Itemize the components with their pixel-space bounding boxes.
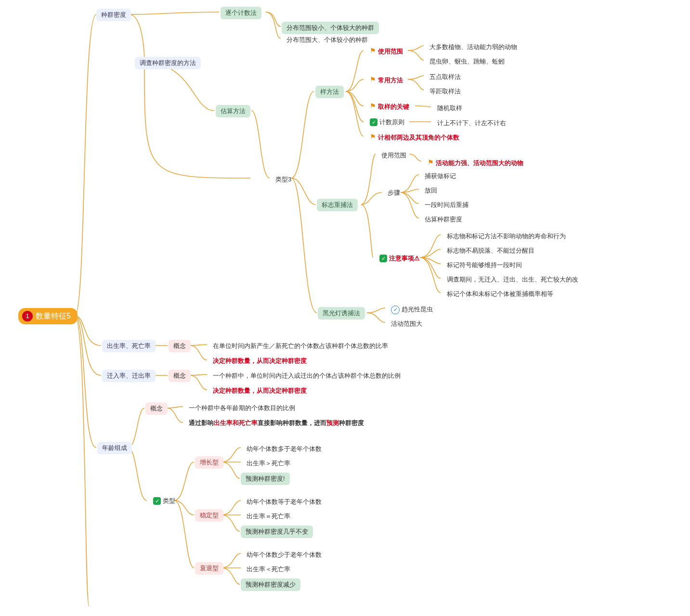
node-steps[interactable]: 步骤 [383,187,405,199]
leaf-note5: 标记个体和未标记个体被重捕概率相等 [442,288,558,300]
node-type-stable[interactable]: 稳定型 [195,509,223,522]
leaf-blacklight2: 活动范围大 [386,318,427,330]
node-age-types[interactable]: ✓类型 [148,495,180,507]
leaf-step4: 估算种群密度 [420,213,467,226]
node-population-density[interactable]: 种群密度 [96,9,131,21]
leaf-bd-red: 决定种群数量，从而决定种群密度 [208,355,312,367]
leaf-small-range: 分布范围较小、个体较大的种群 [282,22,379,34]
node-survey-methods[interactable]: 调查种群密度的方法 [135,57,201,69]
flag-icon: ⚑ [370,75,376,85]
node-mark-recapture[interactable]: 标志重捕法 [317,199,358,211]
leaf-decline2: 出生率＜死亡率 [242,563,295,576]
leaf-ie-red: 决定种群数量，从而决定种群密度 [208,385,312,397]
root-label: 数量特征5 [36,311,71,321]
leaf-decline3: 预测种群密度减少 [241,578,300,591]
leaf-note4: 调查期间，无迁入、迁出、出生、死亡较大的改 [442,273,583,286]
node-count-adjacent[interactable]: ⚑计相邻两边及其顶角的个体数 [365,131,464,144]
leaf-stable3: 预测种群密度几乎不变 [241,526,313,538]
flag-icon: ⚑ [370,102,376,111]
node-use-range[interactable]: ⚑使用范围 [365,45,408,58]
leaf-stable2: 出生率＝死亡率 [242,510,295,523]
leaf-stable1: 幼年个体数等于老年个体数 [242,496,326,508]
node-estimate[interactable]: 估算方法 [216,105,250,117]
leaf-age-desc: 一个种群中各年龄期的个体数目的比例 [184,402,300,414]
leaf-blacklight1: ✓趋光性昆虫 [386,303,438,316]
node-type-growth[interactable]: 增长型 [195,456,223,469]
leaf-growth2: 出生率＞死亡率 [242,457,295,470]
leaf-active-animals: ⚑活动能力强、活动范围大的动物 [423,156,528,170]
node-use-range2[interactable]: 使用范围 [377,149,411,162]
leaf-bd-desc: 在单位时间内新产生／新死亡的个体数占该种群个体总数的比率 [208,340,393,352]
root-number: 1 [22,311,33,321]
leaf-count-up-left: 计上不计下、计左不计右 [432,117,511,129]
node-common-method[interactable]: ⚑常用方法 [365,74,408,87]
leaf-decline1: 幼年个体数少于老年个体数 [242,549,326,561]
leaf-step3: 一段时间后重捕 [420,199,473,211]
root-node[interactable]: 1 数量特征5 [18,308,78,324]
node-type3[interactable]: 类型3 [271,173,296,186]
leaf-5point: 五点取样法 [425,71,466,83]
leaf-age-red: 通过影响出生率和死亡率直接影响种群数量，进而预测种群密度 [184,417,369,429]
node-bd-concept[interactable]: 概念 [169,340,191,352]
leaf-use-range-2: 昆虫卵、蚜虫、跳蝻、蚯蚓 [425,55,509,68]
node-age-structure[interactable]: 年龄组成 [97,442,132,454]
node-age-concept[interactable]: 概念 [145,402,168,415]
leaf-note3: 标记符号能够维持一段时间 [442,259,527,271]
flag-icon: ⚑ [370,132,376,142]
info-icon: ✓ [391,306,400,314]
node-immigration-emigration[interactable]: 迁入率、迁出率 [102,370,156,382]
leaf-growth1: 幼年个体数多于老年个体数 [242,443,326,455]
node-sampling-key[interactable]: ⚑取样的关键 [365,100,414,114]
leaf-step2: 放回 [420,184,442,197]
leaf-use-range-1: 大多数植物、活动能力弱的动物 [425,41,522,53]
leaf-ie-desc: 一个种群中，单位时间内迁入或迁出的个体占该种群个体总数的比例 [208,370,405,382]
leaf-equidist: 等距取样法 [425,85,466,98]
node-count-one-by-one[interactable]: 逐个计数法 [221,7,261,19]
leaf-large-range: 分布范围大、个体较小的种群 [282,34,373,46]
node-notes[interactable]: ✓注意事项⚠ [375,252,425,265]
flag-icon: ⚑ [370,46,376,56]
leaf-step1: 捕获做标记 [420,170,461,182]
leaf-note1: 标志物和标记方法不影响动物的寿命和行为 [442,230,571,243]
leaf-growth3: 预测种群密度! [241,473,290,485]
node-type-decline[interactable]: 衰退型 [195,562,223,575]
node-quadrat-method[interactable]: 样方法 [315,86,344,98]
check-icon: ✓ [153,497,161,505]
node-count-rule[interactable]: ✓计数原则 [365,116,409,128]
node-blacklight[interactable]: 黑光灯诱捕法 [318,307,365,320]
leaf-note2: 标志物不易脱落、不能过分醒目 [442,244,539,257]
check-icon: ✓ [370,118,378,126]
node-ie-concept[interactable]: 概念 [169,370,191,382]
leaf-random: 随机取样 [432,102,467,115]
flag-icon: ⚑ [428,158,434,167]
node-birth-death-rate[interactable]: 出生率、死亡率 [102,340,156,352]
check-icon: ✓ [379,255,387,262]
